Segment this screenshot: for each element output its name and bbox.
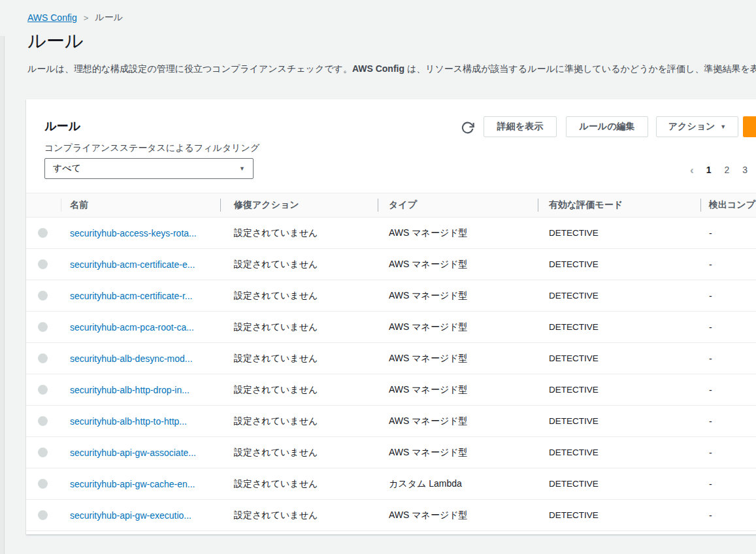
edit-rule-label: ルールの編集 <box>580 121 635 133</box>
compliance-cell: - <box>700 416 756 427</box>
row-select-radio[interactable] <box>38 479 48 489</box>
mode-cell: DETECTIVE <box>538 385 700 395</box>
actions-label: アクション <box>668 121 715 133</box>
select-cell <box>26 228 61 238</box>
rule-name-link[interactable]: securityhub-alb-http-drop-in... <box>70 385 189 395</box>
rule-name-link[interactable]: securityhub-acm-pca-root-ca... <box>70 322 194 333</box>
remediation-cell: 設定されていません <box>220 510 378 521</box>
view-details-button[interactable]: 詳細を表示 <box>484 116 557 137</box>
compliance-cell: - <box>700 353 756 364</box>
column-header-mode: 有効な評価モード <box>538 193 700 217</box>
mode-cell: DETECTIVE <box>538 322 700 332</box>
remediation-cell: 設定されていません <box>220 259 378 270</box>
rule-name-link[interactable]: securityhub-alb-desync-mod... <box>70 353 193 364</box>
compliance-cell: - <box>700 479 756 489</box>
type-cell: AWS マネージド型 <box>378 384 538 396</box>
chevron-down-icon: ▼ <box>720 124 726 130</box>
compliance-cell: - <box>700 322 756 333</box>
rule-name-link[interactable]: securityhub-access-keys-rota... <box>70 228 197 238</box>
type-cell: AWS マネージド型 <box>378 227 538 239</box>
content-left-edge <box>0 36 5 554</box>
chevron-down-icon: ▼ <box>239 166 245 172</box>
type-cell: AWS マネージド型 <box>378 290 538 302</box>
select-column-header <box>26 193 61 217</box>
row-select-radio[interactable] <box>38 510 48 520</box>
page-number-2[interactable]: 2 <box>721 163 732 176</box>
type-cell: AWS マネージド型 <box>378 321 538 333</box>
name-cell: securityhub-acm-certificate-e... <box>61 259 220 270</box>
name-cell: securityhub-alb-http-drop-in... <box>61 385 220 395</box>
table-row: securityhub-api-gw-executio...設定されていませんA… <box>26 500 756 531</box>
row-select-radio[interactable] <box>38 416 48 426</box>
row-select-radio[interactable] <box>38 353 48 363</box>
page-number-3[interactable]: 3 <box>739 163 751 176</box>
page-prev-icon[interactable]: ‹ <box>687 165 697 176</box>
rule-name-link[interactable]: securityhub-acm-certificate-r... <box>70 291 193 301</box>
refresh-icon <box>461 121 474 137</box>
select-cell <box>26 385 61 395</box>
pagination: ‹ 1 2 3 <box>687 163 751 176</box>
add-rule-primary-button[interactable] <box>743 116 756 137</box>
page-number-1[interactable]: 1 <box>703 163 715 176</box>
compliance-cell: - <box>700 228 756 238</box>
column-header-compliance: 検出コンプ <box>700 193 756 217</box>
rule-name-link[interactable]: securityhub-api-gw-cache-en... <box>70 479 195 489</box>
table-row: securityhub-api-gw-cache-en...設定されていませんカ… <box>26 468 756 500</box>
mode-cell: DETECTIVE <box>538 228 700 238</box>
select-cell <box>26 416 61 426</box>
compliance-filter-select[interactable]: すべて ▼ <box>44 158 254 179</box>
name-cell: securityhub-access-keys-rota... <box>61 228 220 238</box>
row-select-radio[interactable] <box>38 228 48 238</box>
remediation-cell: 設定されていません <box>220 447 378 459</box>
remediation-cell: 設定されていません <box>220 478 378 490</box>
remediation-cell: 設定されていません <box>220 321 378 333</box>
column-header-name: 名前 <box>61 193 220 217</box>
actions-dropdown-button[interactable]: アクション ▼ <box>656 116 738 137</box>
table-body: securityhub-access-keys-rota...設定されていません… <box>26 218 756 531</box>
compliance-filter-label: コンプライアンスステータスによるフィルタリング <box>44 142 259 154</box>
compliance-cell: - <box>700 385 756 395</box>
compliance-cell: - <box>700 259 756 270</box>
name-cell: securityhub-alb-desync-mod... <box>61 353 220 364</box>
mode-cell: DETECTIVE <box>538 479 700 489</box>
type-cell: AWS マネージド型 <box>378 510 538 521</box>
row-select-radio[interactable] <box>38 385 48 395</box>
type-cell: カスタム Lambda <box>378 478 538 490</box>
breadcrumb-link-aws-config[interactable]: AWS Config <box>27 12 77 23</box>
table-row: securityhub-alb-desync-mod...設定されていませんAW… <box>26 343 756 374</box>
type-cell: AWS マネージド型 <box>378 259 538 270</box>
breadcrumb: AWS Config > ルール <box>27 12 123 24</box>
row-select-radio[interactable] <box>38 448 48 457</box>
compliance-cell: - <box>700 510 756 521</box>
edit-rule-button[interactable]: ルールの編集 <box>566 116 648 137</box>
name-cell: securityhub-api-gw-cache-en... <box>61 479 220 489</box>
mode-cell: DETECTIVE <box>538 353 700 363</box>
mode-cell: DETECTIVE <box>538 416 700 426</box>
table-row: securityhub-acm-certificate-r...設定されていませ… <box>26 280 756 312</box>
name-cell: securityhub-api-gw-executio... <box>61 510 220 521</box>
table-row: securityhub-access-keys-rota...設定されていません… <box>26 218 756 249</box>
remediation-cell: 設定されていません <box>220 384 378 396</box>
column-header-type: タイプ <box>378 193 538 217</box>
name-cell: securityhub-api-gw-associate... <box>61 448 220 458</box>
page-description-brand: AWS Config <box>352 63 404 74</box>
select-cell <box>26 291 61 301</box>
remediation-cell: 設定されていません <box>220 227 378 239</box>
refresh-button[interactable] <box>457 119 477 138</box>
rule-name-link[interactable]: securityhub-alb-http-to-http... <box>70 416 187 427</box>
table-row: securityhub-acm-certificate-e...設定されていませ… <box>26 249 756 280</box>
mode-cell: DETECTIVE <box>538 448 700 457</box>
mode-cell: DETECTIVE <box>538 291 700 301</box>
row-select-radio[interactable] <box>38 291 48 301</box>
remediation-cell: 設定されていません <box>220 353 378 365</box>
type-cell: AWS マネージド型 <box>378 353 538 365</box>
rule-name-link[interactable]: securityhub-acm-certificate-e... <box>70 259 195 270</box>
type-cell: AWS マネージド型 <box>378 447 538 459</box>
row-select-radio[interactable] <box>38 259 48 269</box>
rule-name-link[interactable]: securityhub-api-gw-associate... <box>70 448 196 458</box>
rule-name-link[interactable]: securityhub-api-gw-executio... <box>70 510 191 521</box>
row-select-radio[interactable] <box>38 322 48 332</box>
breadcrumb-separator-icon: > <box>84 13 89 23</box>
table-row: securityhub-acm-pca-root-ca...設定されていませんA… <box>26 312 756 343</box>
select-cell <box>26 479 61 489</box>
